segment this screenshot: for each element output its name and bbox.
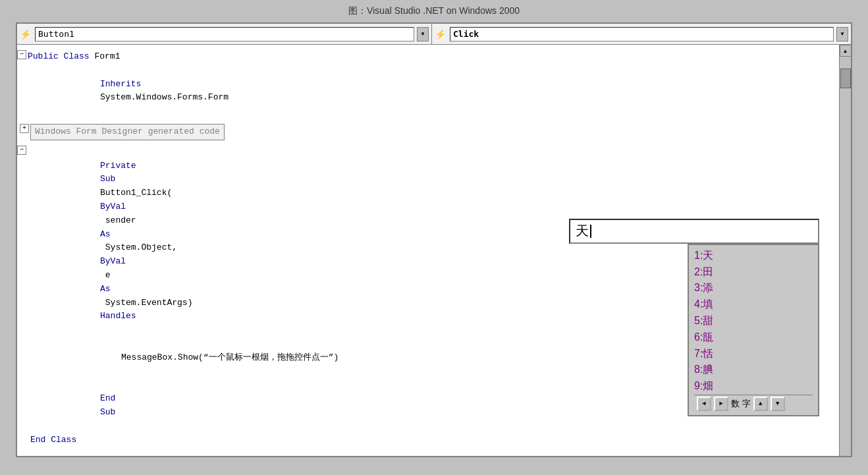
event-arrow-icon: ▼ [840, 31, 845, 37]
event-selector[interactable]: Click [450, 27, 834, 42]
collapse-btn-1[interactable]: − [17, 50, 26, 59]
code-line-2: Inherits System.Windows.Forms.Form [17, 64, 839, 119]
kw-class2: Class [51, 433, 76, 447]
code-line-7: End Class [17, 433, 839, 447]
ime-input-row: 天 [569, 219, 819, 244]
event-selector-value: Click [453, 29, 479, 39]
candidate-9[interactable]: 9:畑 [694, 378, 813, 395]
toolbar-right: ⚡ Click ▼ [432, 24, 851, 44]
kw-class: Class [64, 50, 95, 64]
kw-byval2: ByVal [100, 256, 126, 266]
scroll-up-btn[interactable]: ▲ [840, 45, 852, 57]
kw-public: Public [28, 50, 64, 64]
param2: e [100, 270, 115, 280]
object-arrow-icon: ▼ [420, 31, 425, 37]
ime-prev-page-btn[interactable]: ◄ [697, 397, 711, 411]
right-lightning-icon: ⚡ [435, 29, 446, 40]
kw-sub: Sub [100, 174, 121, 184]
candidate-2[interactable]: 2:田 [694, 264, 813, 281]
kw-sub2: Sub [100, 407, 115, 417]
kw-inherits: Inherits [100, 79, 146, 89]
candidate-1[interactable]: 1:天 [694, 248, 813, 264]
toolbar-row: ⚡ Button1 ▼ ⚡ Click ▼ [17, 24, 851, 45]
candidate-8[interactable]: 8:腆 [694, 362, 813, 378]
code-line-blank-1 [17, 119, 839, 124]
sub-name: Button1_Click( [100, 188, 172, 198]
candidate-5[interactable]: 5:甜 [694, 313, 813, 329]
ime-mode-label: 数 字 [731, 398, 751, 410]
scrollbar-right: ▲ [839, 45, 851, 456]
object-selector-value: Button1 [38, 29, 74, 39]
candidate-7[interactable]: 7:恬 [694, 346, 813, 362]
kw-handles: Handles [100, 311, 136, 321]
region-label: Windows Form Designer generated code [30, 124, 225, 140]
type2: System.EventArgs) [100, 298, 198, 308]
kw-end: End [100, 393, 121, 403]
ime-input-char: 天 [576, 222, 589, 240]
inherits-value: System.Windows.Forms.Form [100, 92, 229, 102]
param1: sender [100, 215, 141, 225]
ime-input-field[interactable]: 天 [569, 219, 819, 244]
kw-private: Private [100, 161, 141, 171]
candidate-6[interactable]: 6:瓿 [694, 329, 813, 346]
ime-cursor [590, 225, 591, 238]
code-line-region: + Windows Form Designer generated code [17, 124, 839, 140]
kw-byval1: ByVal [100, 202, 126, 211]
collapse-btn-region[interactable]: + [20, 124, 29, 133]
ime-popup: 天 1:天 2:田 3:添 4:填 5:甜 6:瓿 7:恬 8 [569, 219, 819, 416]
ime-spacer [569, 244, 628, 416]
object-selector[interactable]: Button1 [35, 27, 414, 42]
candidate-4[interactable]: 4:填 [694, 296, 813, 313]
ime-bottom-bar: ◄ ► 数 字 ▲ ▼ [694, 395, 813, 412]
left-lightning-icon: ⚡ [20, 29, 31, 40]
code-editor[interactable]: − Public Class Form1 Inherits System.Win… [17, 45, 839, 456]
candidate-3[interactable]: 3:添 [694, 280, 813, 296]
class-name: Form1 [94, 50, 120, 64]
kw-end2: End [30, 433, 51, 447]
ime-candidates-row: 1:天 2:田 3:添 4:填 5:甜 6:瓿 7:恬 8:腆 9:畑 ◄ ► [569, 244, 819, 416]
object-dropdown-arrow[interactable]: ▼ [417, 27, 429, 42]
ime-candidates-box: 1:天 2:田 3:添 4:填 5:甜 6:瓿 7:恬 8:腆 9:畑 ◄ ► [688, 244, 819, 416]
collapse-btn-2[interactable]: − [17, 146, 26, 155]
kw-as1: As [100, 229, 111, 239]
kw-as2: As [100, 284, 111, 294]
toolbar-left: ⚡ Button1 ▼ [17, 24, 432, 44]
ime-down-btn[interactable]: ▼ [771, 397, 785, 411]
code-area: − Public Class Form1 Inherits System.Win… [17, 45, 851, 456]
ide-window: ⚡ Button1 ▼ ⚡ Click ▼ − Public [16, 22, 852, 457]
ime-next-page-btn[interactable]: ► [714, 397, 728, 411]
ime-up-btn[interactable]: ▲ [753, 397, 768, 411]
code-line-1: − Public Class Form1 [17, 50, 839, 64]
page-title: 图：Visual Studio .NET on Windows 2000 [348, 5, 520, 17]
event-dropdown-arrow[interactable]: ▼ [836, 27, 848, 42]
scrollbar-thumb[interactable] [840, 69, 851, 88]
type1: System.Object, [100, 242, 182, 252]
messagebox-call: MessageBox.Show(“一个鼠标一根烟，拖拖控件点一”) [121, 352, 339, 362]
code-line-blank-2 [17, 140, 839, 146]
